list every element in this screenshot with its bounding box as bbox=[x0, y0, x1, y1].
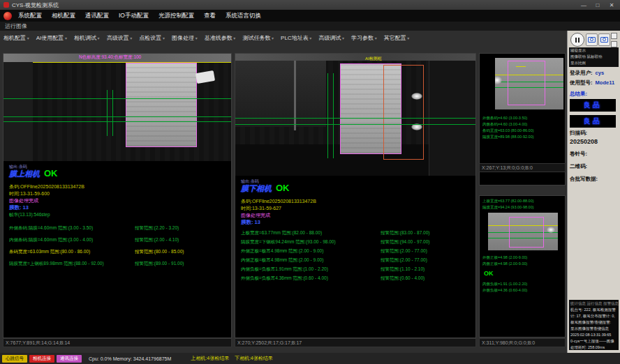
result-box: 良品 bbox=[570, 99, 616, 112]
status-badge: 通讯连接 bbox=[57, 355, 82, 363]
camera-name: 膜上相机 bbox=[9, 169, 40, 179]
workspace: 相机配置AI使用配置相机调试高级设置点检设置图像处理基准线参数测试任务数PLC地… bbox=[0, 31, 567, 353]
aux-option-line[interactable]: 显示比例 bbox=[570, 60, 617, 66]
camera-result-count-text: 上相机:4张检结果 下相机:4张检结果 bbox=[191, 355, 272, 362]
window-control-button[interactable]: ✕ bbox=[607, 2, 617, 8]
batch-write-label: 合批写数据: bbox=[570, 176, 598, 183]
overlay-measure-label: N色标高度:93.40;色标宽度:100 bbox=[79, 54, 141, 61]
thumbnail-result-line: 外侧条码=4.60 (3.00-3.50) bbox=[482, 115, 534, 121]
measurement-text: 隔膜宽度=下钢板94.24mm 范围:(93.00 - 98.00) bbox=[241, 239, 381, 248]
film-count-text: 膜数: 13 bbox=[9, 204, 29, 211]
alarm-range-text: 报警范围:(0.60 - 4.00) bbox=[381, 275, 425, 285]
cpu-memory-text: Cpu: 0.0% Memory: 3424.41796875M bbox=[89, 356, 171, 361]
statistics-line: 处理耗时: 258.09ms bbox=[570, 344, 617, 350]
menu-item[interactable]: 查看 bbox=[204, 12, 216, 20]
toolbar-item[interactable]: 相机配置 bbox=[3, 34, 29, 42]
window-control-button[interactable]: — bbox=[579, 2, 589, 8]
camera-image-lower: AI检测框 bbox=[235, 54, 475, 176]
aux-options-box: 辅助显示图像联动 鼠标联动显示比例 bbox=[569, 47, 619, 67]
camera-result-title: 膜下相机 OK bbox=[241, 183, 290, 194]
tool-icon[interactable] bbox=[611, 41, 617, 47]
thumbnail-result-lines: 外侧条码=4.60 (3.00-3.50)内侧条码=4.60 (3.00-4.0… bbox=[482, 115, 534, 140]
menubar: 系统配置相机配置通讯配置IO手动配置光源控制配置查看系统语言切换 bbox=[0, 10, 620, 22]
camera-view-lower[interactable]: AI检测框 输出:条码 膜下相机 OK 条码:OFFline2025020813… bbox=[235, 53, 476, 338]
titlebar: CYS-视觉检测系统 —□✕ bbox=[0, 0, 620, 10]
camera-tool-button-1[interactable] bbox=[586, 33, 598, 46]
overlay-green-line bbox=[3, 116, 231, 117]
thumbnail-result-line: 隔膜宽度=94.24 (93.00-98.00) bbox=[482, 204, 534, 211]
statistics-line: 显示图像报警卷绕信息 bbox=[570, 326, 617, 332]
status-badge: 相机连接 bbox=[29, 355, 54, 363]
menu-item[interactable]: 相机配置 bbox=[52, 12, 75, 20]
thumbnail-view-2[interactable]: 上极宽度=63.77 (82.00-88.00)隔膜宽度=94.24 (93.0… bbox=[479, 195, 566, 338]
tool-icon[interactable] bbox=[611, 33, 617, 39]
measurement-row: 内侧正极=极耳4.98mm 范围:(2.00 - 9.00) 报警范围:(2.0… bbox=[241, 257, 474, 266]
thumbnail-result-lines: 内侧负极=1.91 (1.00-2.20)外侧负极=4.36 (0.60-4.0… bbox=[482, 281, 527, 294]
measurement-row: 隔膜宽度=上钢板89.98mm 范围:(88.00 - 92.00) 报警范围:… bbox=[9, 261, 230, 273]
toolbar-item[interactable]: 测试任务数 bbox=[242, 34, 274, 42]
thumbnail-result-line: 内侧负极=1.91 (1.00-2.20) bbox=[482, 281, 527, 287]
machine-edge-highlight bbox=[294, 61, 296, 130]
measurement-text: 隔膜宽度=上钢板89.98mm 范围:(88.00 - 92.00) bbox=[9, 261, 135, 273]
toolbar-item[interactable]: 高级设置 bbox=[107, 34, 133, 42]
pause-button[interactable] bbox=[570, 33, 584, 47]
measurement-text: 外侧条码:隔膜=4.60mm 范围:(3.00 - 3.50) bbox=[9, 225, 135, 237]
menu-item[interactable]: 通讯配置 bbox=[85, 12, 109, 20]
measurement-row: 外侧正极=极耳4.98mm 范围:(2.00 - 9.00) 报警范围:(2.0… bbox=[241, 248, 474, 257]
thumbnail-image-2 bbox=[488, 213, 558, 250]
menu-item[interactable]: 光源控制配置 bbox=[158, 12, 194, 20]
measurement-row: 内侧负极=负极耳1.91mm 范围:(1.00 - 2.20) 报警范围:(1.… bbox=[241, 266, 474, 275]
overlay-yellow-tick bbox=[516, 66, 526, 67]
aux-option-line[interactable]: 辅助显示 bbox=[570, 47, 617, 54]
alarm-range-text: 报警范围:(2.00 - 77.00) bbox=[381, 257, 427, 266]
toolbar-item[interactable]: 学习参数 bbox=[351, 34, 377, 42]
overlay-magenta-box bbox=[509, 217, 544, 248]
alarm-range-text: 报警范围:(1.10 - 2.10) bbox=[381, 266, 425, 275]
status-bar: 心跳信号相机连接通讯连接 Cpu: 0.0% Memory: 3424.4179… bbox=[0, 353, 620, 364]
toolbar-item[interactable]: 基准线参数 bbox=[205, 34, 236, 42]
toolbar-item[interactable]: 点检设置 bbox=[139, 34, 165, 42]
statistics-lines: 机台号: 222, 极耳检测报警计: 17, 极耳分布报警计: 0,极耳图像报警… bbox=[570, 307, 617, 350]
result-ok-badge: OK bbox=[44, 168, 58, 179]
toolbar-item[interactable]: PLC地址表 bbox=[281, 34, 311, 42]
process-done-text: 图像处理完成 bbox=[9, 197, 38, 204]
camera-view-upper[interactable]: N色标高度:93.40;色标宽度:100 输出:条码 膜上相机 OK 条码:OF… bbox=[3, 53, 232, 338]
measurement-row: 条码宽度=63.03mm 范围:(80.00 - 86.00) 报警范围:(80… bbox=[9, 249, 230, 261]
measurement-row: 隔膜宽度=下钢板94.24mm 范围:(93.00 - 98.00) 报警范围:… bbox=[241, 239, 474, 248]
menu-item[interactable]: 系统配置 bbox=[18, 12, 42, 20]
scan-code-value: 20250208 bbox=[570, 138, 598, 145]
ai-detect-box bbox=[383, 65, 424, 160]
camera-image-upper: N色标高度:93.40;色标宽度:100 bbox=[3, 54, 231, 161]
toolbar-item[interactable]: 图像处理 bbox=[172, 34, 198, 42]
window-title: CYS-视觉检测系统 bbox=[12, 1, 59, 9]
toolbar-item[interactable]: 相机调试 bbox=[74, 34, 100, 42]
aux-option-line[interactable]: 图像联动 鼠标联动 bbox=[570, 54, 617, 60]
toolbar-item[interactable]: AI使用配置 bbox=[36, 34, 67, 42]
status-badge: 心跳信号 bbox=[2, 355, 27, 363]
model-value: Mode11 bbox=[596, 79, 615, 86]
camera-tool-button-2[interactable] bbox=[598, 33, 610, 46]
image-machine-band bbox=[235, 54, 475, 61]
film-count-text: 膜数: 13 bbox=[241, 219, 260, 226]
barcode-text: 条码:OFFline2025020813313472B bbox=[241, 198, 316, 205]
time-text: 时间:13-31-59-627 bbox=[241, 205, 281, 212]
menu-item[interactable]: IO手动配置 bbox=[119, 12, 149, 20]
toolbar: 相机配置AI使用配置相机调试高级设置点检设置图像处理基准线参数测试任务数PLC地… bbox=[3, 34, 409, 42]
model-label: 使用型号: bbox=[570, 79, 593, 86]
toolbar-item[interactable]: 高级调试 bbox=[318, 34, 344, 42]
result-ok-badge: OK bbox=[484, 270, 494, 277]
toolbar-item[interactable]: 其它配置 bbox=[384, 34, 410, 42]
machine-structure bbox=[235, 61, 326, 127]
ai-detect-label: AI检测框 bbox=[365, 56, 382, 62]
detected-object bbox=[126, 63, 197, 147]
camera-name: 膜下相机 bbox=[241, 183, 272, 194]
alarm-range-text: 报警范围:(80.00 - 85.00) bbox=[135, 249, 184, 261]
window-control-button[interactable]: □ bbox=[593, 2, 603, 8]
measurement-row: 外侧条码:隔膜=4.60mm 范围:(3.00 - 3.50) 报警范围:(2.… bbox=[9, 225, 230, 237]
tab-run-image[interactable]: 运行图像 bbox=[5, 22, 27, 30]
camera-result-title: 膜上相机 OK bbox=[9, 168, 58, 179]
measurement-rows: 上极宽度=63.77mm 范围:(82.00 - 88.00) 报警范围:(83… bbox=[241, 230, 474, 285]
pin-number-label: 卷针号: bbox=[570, 151, 587, 158]
alarm-range-text: 报警范围:(2.00 - 77.00) bbox=[381, 248, 427, 257]
menu-item[interactable]: 系统语言切换 bbox=[226, 12, 261, 20]
